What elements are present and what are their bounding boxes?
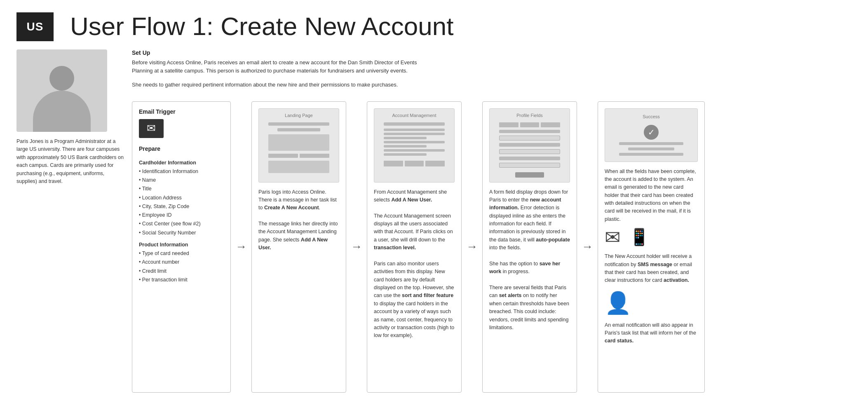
step4-bold2: activation. xyxy=(664,277,689,283)
step4-notification-text: The New Account holder will receive a no… xyxy=(605,253,698,285)
success-wf-bar xyxy=(619,153,684,156)
step-landing-page: Landing Page Paris logs into Access Onli… xyxy=(251,101,346,393)
mail-icon: ✉ xyxy=(605,228,621,247)
flow-row: Email Trigger Prepare Cardholder Informa… xyxy=(132,101,852,393)
landing-page-wireframe: Landing Page xyxy=(258,108,339,183)
profile-fields-wireframe: Profile Fields xyxy=(489,108,570,183)
step2-bold3: sort and filter feature xyxy=(402,293,453,298)
phone-notification-icon: 📱 xyxy=(629,227,650,247)
step3-text5: in progress. xyxy=(501,269,530,274)
step4-email-text: An email notification will also appear i… xyxy=(605,321,698,345)
wf-lines xyxy=(384,127,445,157)
step2-text2: The Account Management screen displays a… xyxy=(374,213,453,243)
wf-cell xyxy=(300,154,329,158)
landing-page-wireframe-title: Landing Page xyxy=(285,113,313,118)
step3-bold2: auto-populate xyxy=(536,237,570,243)
phone-icon: 📱 xyxy=(629,227,650,247)
step2-text4: to display the card holders in the accou… xyxy=(374,301,454,339)
setup-paragraph2: She needs to gather required pertinent i… xyxy=(132,81,420,89)
wf-bar xyxy=(268,122,329,126)
wf-cell xyxy=(384,161,403,166)
email-trigger-label: Email Trigger xyxy=(139,108,224,115)
success-wf-bar xyxy=(619,142,684,145)
email-notification-icon: ✉ xyxy=(605,228,621,247)
success-wf-bar-sm xyxy=(628,147,674,150)
list-item: Credit limit xyxy=(139,267,224,276)
wf-input xyxy=(499,136,560,140)
wf-row xyxy=(384,161,445,166)
wf-cell xyxy=(541,122,560,127)
step4-success-text: When all the fields have been complete, … xyxy=(605,168,698,224)
wf-bar xyxy=(384,122,445,126)
wf-cell xyxy=(425,161,445,166)
arrow-3: → xyxy=(462,101,482,393)
product-info-header: Product Information xyxy=(139,241,224,249)
account-management-wireframe: Account Management xyxy=(374,108,455,183)
wf-field xyxy=(499,157,560,160)
list-item: Name xyxy=(139,176,224,185)
email-trigger-icon xyxy=(139,119,164,138)
profile-fields-wireframe-title: Profile Fields xyxy=(516,113,543,118)
step-profile-fields: Profile Fields xyxy=(482,101,577,393)
list-item: Location Address xyxy=(139,194,224,202)
list-item: Cost Center (see flow #2) xyxy=(139,220,224,228)
persona-description: Paris Jones is a Program Administrator a… xyxy=(16,138,124,185)
header-row: US User Flow 1: Create New Account xyxy=(16,12,852,41)
success-check-icon: ✓ xyxy=(644,125,659,140)
setup-section: Set Up Before visiting Access Online, Pa… xyxy=(132,49,852,89)
list-item-type-of-card: Type of card needed xyxy=(139,249,224,258)
wf-input xyxy=(499,149,560,154)
cardholder-info-header: Cardholder Information xyxy=(139,159,224,167)
list-item: Title xyxy=(139,185,224,193)
arrow-2: → xyxy=(346,101,367,393)
success-wireframe: Success ✓ xyxy=(605,108,698,162)
step3-text: A form field display drops down for Pari… xyxy=(489,188,570,332)
step3-text3: into the fields. xyxy=(489,245,521,250)
wf-input xyxy=(499,163,560,168)
left-panel: Paris Jones is a Program Administrator a… xyxy=(16,49,132,393)
step-success: Success ✓ When all the fields have been … xyxy=(598,101,705,393)
page-title: User Flow 1: Create New Account xyxy=(70,12,453,40)
wf-cell xyxy=(405,161,424,166)
list-item-account-number: Account number xyxy=(139,258,224,267)
list-item: Identification Information xyxy=(139,167,224,176)
step3-bold6: set alerts xyxy=(499,293,522,298)
notification-icons: ✉ 📱 xyxy=(605,227,698,247)
wf-line xyxy=(384,145,427,147)
step4-bold1: SMS message xyxy=(638,262,672,267)
wf-line xyxy=(384,133,445,135)
wf-line xyxy=(384,149,445,152)
setup-title: Set Up xyxy=(132,49,852,56)
step2-text: From Account Management she selects Add … xyxy=(374,188,455,340)
step-email-prepare: Email Trigger Prepare Cardholder Informa… xyxy=(132,101,231,393)
step2-bold2: transaction level. xyxy=(374,245,416,250)
setup-paragraph1: Before visiting Access Online, Paris rec… xyxy=(132,59,420,75)
list-item-employee-id: Employee ID xyxy=(139,211,224,220)
logo-text: US xyxy=(27,20,44,33)
person-icon-area: 👤 xyxy=(605,290,698,316)
page: US User Flow 1: Create New Account Paris… xyxy=(0,0,868,405)
step2-bold1: Add A New User. xyxy=(391,197,432,203)
step1-text2: . xyxy=(319,205,320,211)
wf-bar xyxy=(277,128,320,131)
prepare-list: Cardholder Information Identification In… xyxy=(139,155,224,285)
list-item: Per transaction limit xyxy=(139,276,224,284)
wf-cell xyxy=(520,122,540,127)
right-panel: Set Up Before visiting Access Online, Pa… xyxy=(132,49,852,393)
step1-text: Paris logs into Access Online. There is … xyxy=(258,188,339,252)
step1-bold1: Create A New Account xyxy=(264,205,319,211)
success-wireframe-title: Success xyxy=(643,114,660,119)
wf-line xyxy=(384,141,445,143)
wf-row xyxy=(268,154,329,158)
account-management-wireframe-title: Account Management xyxy=(392,113,436,118)
wf-field xyxy=(499,143,560,147)
step3-text4: She has the option to xyxy=(489,261,540,267)
main-content: Paris Jones is a Program Administrator a… xyxy=(16,49,852,393)
arrow-4: → xyxy=(577,101,598,393)
wf-rect xyxy=(268,161,329,173)
prepare-label: Prepare xyxy=(139,145,224,152)
wf-cell xyxy=(268,154,298,158)
arrow-1: → xyxy=(231,101,251,393)
person-icon: 👤 xyxy=(605,291,631,315)
step4-bold3: card status. xyxy=(605,338,633,344)
